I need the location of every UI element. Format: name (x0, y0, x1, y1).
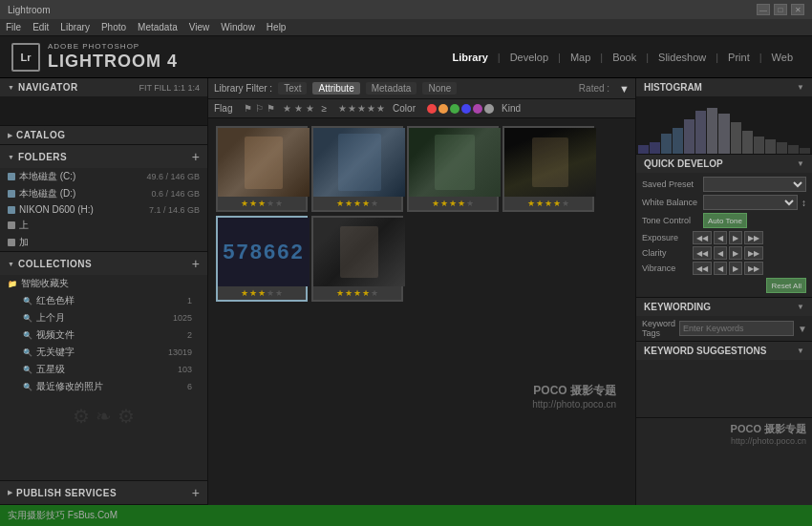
tab-library[interactable]: Library (445, 48, 496, 67)
exposure-up[interactable]: ▶ (729, 231, 742, 244)
folders-add-button[interactable]: + (192, 149, 200, 164)
filter-tab-none[interactable]: None (422, 82, 457, 95)
reset-all-button[interactable]: Reset All (766, 278, 806, 293)
folder-item-unknown[interactable]: 上 (0, 217, 207, 234)
exposure-down-fast[interactable]: ◀◀ (693, 231, 712, 244)
tab-book[interactable]: Book (605, 48, 644, 67)
vibrance-down[interactable]: ◀ (714, 262, 727, 275)
tab-print[interactable]: Print (720, 48, 758, 67)
close-button[interactable]: ✕ (791, 4, 804, 15)
folders-header[interactable]: ▼ Folders + (0, 145, 207, 168)
rating-stars[interactable]: ★ ★ ★ ★ ★ (338, 103, 385, 114)
folder-item-unknown2[interactable]: 加 (0, 234, 207, 251)
app-title: Lightroom (8, 5, 50, 15)
keyword-suggestions-expand[interactable]: ▼ (797, 347, 804, 355)
tab-map[interactable]: Map (563, 48, 598, 67)
star1[interactable]: ★ (338, 103, 347, 114)
photo-5-stars: ★★★★★ (218, 286, 306, 300)
quick-develop-header[interactable]: Quick Develop ▼ (636, 155, 812, 173)
menu-edit[interactable]: Edit (32, 22, 49, 32)
maximize-button[interactable]: □ (774, 4, 787, 15)
folders-triangle: ▼ (8, 154, 14, 160)
photo-thumb-4[interactable]: ★★★★★ (502, 126, 594, 212)
photo-thumb-3[interactable]: ★★★★★ (407, 126, 499, 212)
color-dot-red[interactable] (427, 104, 437, 114)
vibrance-up-fast[interactable]: ▶▶ (744, 262, 763, 275)
star5[interactable]: ★ (376, 103, 385, 114)
collection-recent[interactable]: 🔍 最近修改的照片 6 (0, 378, 207, 395)
navigator-preview (0, 96, 207, 125)
color-dot-green[interactable] (450, 104, 459, 114)
menu-library[interactable]: Library (60, 22, 90, 32)
menu-help[interactable]: Help (267, 22, 287, 32)
tab-develop[interactable]: Develop (502, 48, 556, 67)
histogram-expand[interactable]: ▼ (797, 83, 804, 92)
filter-tab-text[interactable]: Text (278, 82, 307, 95)
star3[interactable]: ★ (357, 103, 366, 114)
photo-thumb-6[interactable]: ★★★★★ (311, 216, 403, 302)
saved-preset-select[interactable] (703, 177, 806, 192)
color-dot-purple[interactable] (473, 104, 482, 114)
clarity-down[interactable]: ◀ (714, 246, 727, 260)
collection-red[interactable]: 🔍 红色色样 1 (0, 292, 207, 309)
vibrance-down-fast[interactable]: ◀◀ (693, 262, 712, 275)
folder-item-h[interactable]: NIKON D600 (H:) 7.1 / 14.6 GB (0, 202, 207, 217)
navigator-header[interactable]: ▼ Navigator FIT FILL 1:1 1:4 (0, 78, 207, 96)
collection-video[interactable]: 🔍 视频文件 2 (0, 326, 207, 344)
color-dot-blue[interactable] (461, 104, 471, 114)
tab-slideshow[interactable]: Slideshow (651, 48, 714, 67)
catalog-triangle: ▶ (8, 132, 12, 139)
color-dot-gray[interactable] (484, 104, 494, 114)
menu-file[interactable]: File (6, 22, 21, 32)
vibrance-up[interactable]: ▶ (729, 262, 742, 275)
folders-section: ▼ Folders + 本地磁盘 (C:) 49.6 / 146 GB 本地磁盘… (0, 145, 207, 252)
publish-services-add-button[interactable]: + (192, 485, 200, 500)
keywording-header[interactable]: Keywording ▼ (636, 298, 812, 316)
catalog-header[interactable]: ▶ Catalog (0, 126, 207, 144)
filter-expand-icon[interactable]: ▼ (619, 83, 630, 95)
auto-tone-button[interactable]: Auto Tone (703, 213, 747, 228)
keyword-tags-input[interactable] (679, 321, 794, 336)
collection-month[interactable]: 🔍 上个月 1025 (0, 309, 207, 326)
tab-web[interactable]: Web (764, 48, 801, 67)
star2[interactable]: ★ (348, 103, 356, 114)
menu-window[interactable]: Window (221, 22, 255, 32)
menu-view[interactable]: View (189, 22, 210, 32)
photo-1-stars: ★★★★★ (218, 197, 306, 210)
menu-metadata[interactable]: Metadata (138, 22, 178, 32)
filter-tab-metadata[interactable]: Metadata (366, 82, 417, 95)
histogram-header[interactable]: Histogram ▼ (636, 78, 812, 96)
menu-photo[interactable]: Photo (101, 22, 126, 32)
keyword-suggestions-header[interactable]: Keyword Suggestions ▼ (636, 342, 812, 360)
white-balance-select[interactable] (703, 195, 798, 210)
publish-services-header[interactable]: ▶ Publish Services + (0, 481, 207, 504)
filter-tab-attribute[interactable]: Attribute (312, 82, 359, 95)
color-dot-yellow[interactable] (438, 104, 448, 114)
folder-item-c[interactable]: 本地磁盘 (C:) 49.6 / 146 GB (0, 168, 207, 185)
exposure-down[interactable]: ◀ (714, 231, 727, 244)
clarity-up[interactable]: ▶ (729, 246, 742, 260)
poco-watermark: POCO 摄影专题 http://photo.poco.cn (532, 383, 616, 410)
clarity-up-fast[interactable]: ▶▶ (744, 246, 763, 260)
keywording-expand[interactable]: ▼ (797, 303, 804, 311)
center-panel: Library Filter : Text Attribute Metadata… (208, 78, 635, 505)
collections-add-button[interactable]: + (192, 256, 200, 271)
clarity-down-fast[interactable]: ◀◀ (693, 246, 712, 260)
qd-expand[interactable]: ▼ (797, 159, 804, 168)
minimize-button[interactable]: — (757, 4, 770, 15)
photo-thumb-1[interactable]: ★★★★★ (216, 126, 308, 212)
brand-bar: 实用摄影技巧 FsBus.CoM (0, 505, 812, 526)
smart-collections-icon: 📁 (8, 280, 17, 288)
collections-header[interactable]: ▼ Collections + (0, 252, 207, 275)
star4[interactable]: ★ (367, 103, 375, 114)
navigator-section: ▼ Navigator FIT FILL 1:1 1:4 (0, 78, 207, 126)
folder-item-d[interactable]: 本地磁盘 (D:) 0.6 / 146 GB (0, 185, 207, 202)
smart-collections-group[interactable]: 📁 智能收藏夹 (0, 275, 207, 292)
collection-fivestars[interactable]: 🔍 五星级 103 (0, 361, 207, 378)
catalog-section: ▶ Catalog (0, 126, 207, 145)
collection-nokeyword[interactable]: 🔍 无关键字 13019 (0, 344, 207, 361)
photo-thumb-2[interactable]: ★★★★★ (311, 126, 403, 212)
photo-thumb-5[interactable]: 578662 ★★★★★ (216, 216, 308, 302)
exposure-up-fast[interactable]: ▶▶ (744, 231, 763, 244)
poco-url: http://photo.poco.cn (642, 436, 806, 446)
